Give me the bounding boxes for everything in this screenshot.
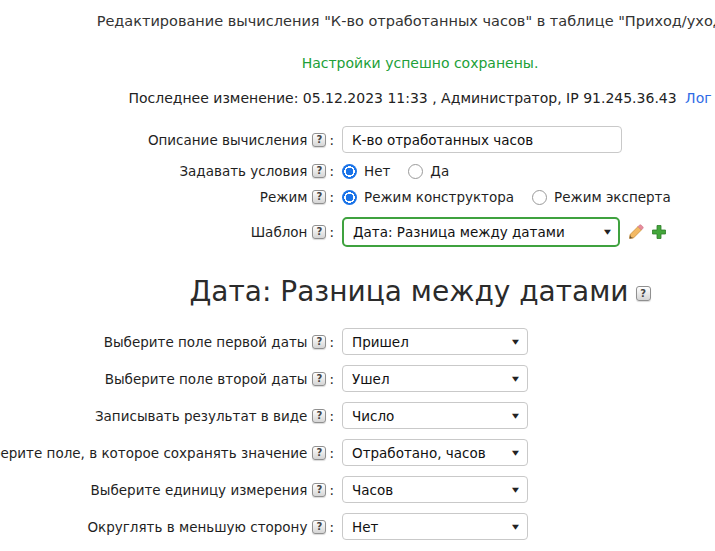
radio-label: Нет	[364, 163, 390, 179]
unit-select[interactable]: Часов	[342, 476, 528, 503]
form-row-mode: Режим ? : Режим конструктора Режим экспе…	[0, 188, 715, 206]
setting-label: Выберите поле второй даты	[105, 371, 308, 387]
edit-template-button[interactable]	[627, 224, 644, 241]
setting-label: Выберите поле первой даты	[104, 334, 308, 350]
add-template-button[interactable]	[651, 224, 667, 240]
mode-radio-expert[interactable]: Режим эксперта	[532, 189, 671, 205]
help-icon[interactable]: ?	[312, 164, 326, 178]
radio-label: Да	[430, 163, 449, 179]
help-icon[interactable]: ?	[312, 483, 326, 497]
first-date-field-select[interactable]: Пришел	[342, 328, 528, 355]
log-link[interactable]: Лог	[685, 90, 711, 106]
setting-row-result-type: Записывать результат в виде ? : Число ▼	[0, 402, 715, 429]
success-message: Настройки успешно сохранены.	[0, 55, 715, 71]
template-label-cell: Шаблон ? :	[0, 224, 334, 240]
edit-pencil-icon	[627, 224, 644, 241]
last-change-text: Последнее изменение: 05.12.2023 11:33 , …	[128, 90, 676, 106]
setting-label: Записывать результат в виде	[95, 408, 308, 424]
help-icon[interactable]: ?	[312, 372, 326, 386]
round-down-select[interactable]: Нет	[342, 513, 528, 540]
conditions-label: Задавать условия	[179, 163, 307, 179]
help-icon[interactable]: ?	[312, 335, 326, 349]
conditions-radio-no[interactable]: Нет	[342, 163, 390, 179]
last-change-line: Последнее изменение: 05.12.2023 11:33 , …	[0, 90, 715, 106]
setting-row-second-date: Выберите поле второй даты ? : Ушел ▼	[0, 365, 715, 392]
setting-row-unit: Выберите единицу измерения ? : Часов ▼	[0, 476, 715, 503]
help-icon[interactable]: ?	[312, 133, 326, 147]
form-row-conditions: Задавать условия ? : Нет Да	[0, 162, 715, 180]
radio-unselected-icon	[532, 190, 547, 205]
mode-radio-constructor[interactable]: Режим конструктора	[342, 189, 514, 205]
form-row-template: Шаблон ? : Дата: Разница между датами ▼	[0, 217, 715, 247]
form-row-description: Описание вычисления ? :	[0, 126, 715, 153]
heading-text: Дата: Разница между датами	[189, 275, 628, 308]
help-icon[interactable]: ?	[312, 446, 326, 460]
radio-label: Режим конструктора	[364, 189, 514, 205]
page: Редактирование вычисления "К-во отработа…	[0, 0, 715, 540]
conditions-label-cell: Задавать условия ? :	[0, 163, 334, 179]
setting-label: Выберите поле, в которое сохранять значе…	[0, 445, 307, 461]
add-plus-icon	[651, 224, 667, 240]
help-icon[interactable]: ?	[636, 286, 651, 301]
setting-row-first-date: Выберите поле первой даты ? : Пришел ▼	[0, 328, 715, 355]
mode-label: Режим	[260, 189, 308, 205]
help-icon[interactable]: ?	[312, 190, 326, 204]
setting-row-target-field: Выберите поле, в которое сохранять значе…	[0, 439, 715, 466]
setting-label: Округлять в меньшую сторону	[87, 519, 307, 535]
setting-row-round-down: Округлять в меньшую сторону ? : Нет ▼	[0, 513, 715, 540]
target-field-select[interactable]: Отработано, часов	[342, 439, 528, 466]
conditions-radio-yes[interactable]: Да	[408, 163, 449, 179]
help-icon[interactable]: ?	[312, 225, 326, 239]
page-title: Редактирование вычисления "К-во отработа…	[0, 0, 715, 29]
second-date-field-select[interactable]: Ушел	[342, 365, 528, 392]
template-section-heading: Дата: Разница между датами?	[0, 273, 715, 311]
description-label: Описание вычисления	[148, 132, 308, 148]
description-label-cell: Описание вычисления ? :	[0, 132, 334, 148]
radio-selected-icon	[342, 190, 357, 205]
help-icon[interactable]: ?	[312, 409, 326, 423]
radio-selected-icon	[342, 164, 357, 179]
calculation-form: Описание вычисления ? : Задавать условия…	[0, 126, 715, 247]
description-input[interactable]	[342, 126, 622, 153]
mode-label-cell: Режим ? :	[0, 189, 334, 205]
help-icon[interactable]: ?	[312, 520, 326, 534]
template-settings: Выберите поле первой даты ? : Пришел ▼ В…	[0, 328, 715, 540]
radio-label: Режим эксперта	[554, 189, 671, 205]
template-label: Шаблон	[251, 224, 308, 240]
result-type-select[interactable]: Число	[342, 402, 528, 429]
radio-unselected-icon	[408, 164, 423, 179]
template-select[interactable]: Дата: Разница между датами	[342, 217, 620, 247]
setting-label: Выберите единицу измерения	[91, 482, 308, 498]
